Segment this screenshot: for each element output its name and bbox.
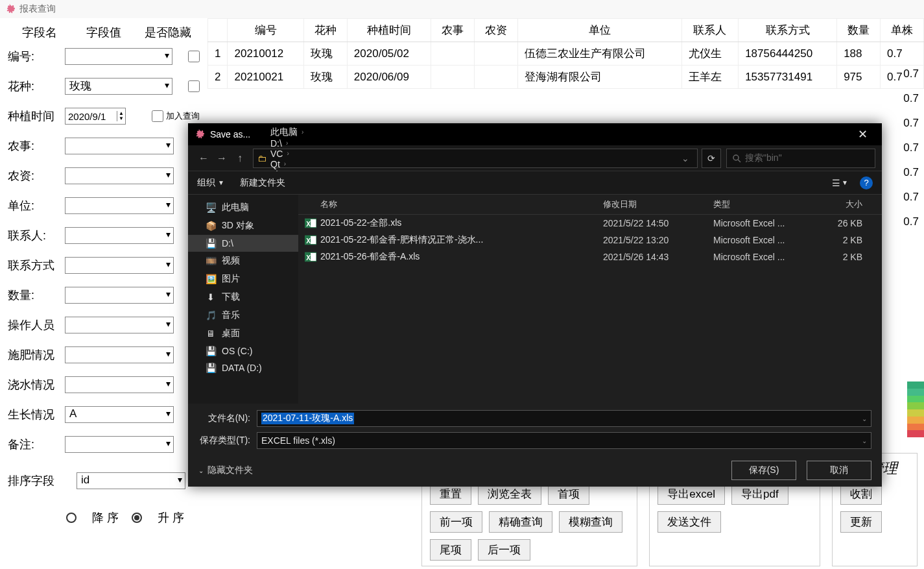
- table-header[interactable]: 联系人: [681, 19, 739, 42]
- refresh-icon[interactable]: ⟳: [702, 149, 721, 168]
- check-hide-id[interactable]: [188, 51, 200, 62]
- header-hidden: 是否隐藏: [136, 25, 200, 40]
- combo-unit[interactable]: [65, 197, 174, 214]
- sidebar-item[interactable]: 🎞️视频: [188, 252, 298, 270]
- overflow-cell: 0.7: [903, 215, 919, 240]
- overflow-cell: 0.7: [903, 92, 919, 117]
- col-date[interactable]: 修改日期: [603, 199, 713, 210]
- organize-menu[interactable]: 组织▼: [197, 177, 224, 189]
- breadcrumb-item[interactable]: D:\›: [270, 138, 355, 149]
- table-header[interactable]: 农事: [431, 19, 474, 42]
- breadcrumb-item[interactable]: VC›: [270, 149, 355, 159]
- table-header[interactable]: 花种: [303, 19, 347, 42]
- nav-forward-icon[interactable]: →: [213, 152, 231, 164]
- combo-operator[interactable]: [65, 317, 174, 333]
- combo-sort[interactable]: id: [77, 472, 185, 489]
- file-list[interactable]: 名称 修改日期 类型 大小 2021-05-22-全部.xls2021/5/22…: [298, 195, 882, 404]
- breadcrumb-item[interactable]: 此电脑›: [270, 127, 355, 138]
- filetype-select[interactable]: EXCEL files (*.xls)⌄: [257, 432, 871, 449]
- combo-growth[interactable]: A: [65, 406, 174, 423]
- sidebar-item[interactable]: 💾OS (C:): [188, 343, 298, 359]
- sidebar-item[interactable]: 💾DATA (D:): [188, 359, 298, 376]
- radio-asc[interactable]: [132, 513, 142, 523]
- sidebar-item[interactable]: 📦3D 对象: [188, 217, 298, 235]
- nav-back-icon[interactable]: ←: [195, 152, 213, 164]
- table-header[interactable]: 联系方式: [739, 19, 837, 42]
- file-row[interactable]: 2021-05-22-郁金香-肥料情况正常-浇水...2021/5/22 13:…: [298, 232, 882, 248]
- col-name[interactable]: 名称: [305, 199, 603, 210]
- label-planttime: 种植时间: [8, 108, 65, 124]
- table-header[interactable]: 农资: [474, 19, 517, 42]
- query-button[interactable]: 精确查询: [489, 511, 552, 533]
- table-header[interactable]: 单株: [881, 19, 924, 42]
- 3d-icon: 📦: [205, 221, 217, 231]
- breadcrumb-bar[interactable]: 🗀 此电脑›D:\›VC›Qt›FlowerManagment›bin› ⌄: [253, 149, 698, 168]
- label-unit: 单位:: [8, 198, 65, 213]
- combo-farmres[interactable]: [65, 167, 174, 184]
- folder-tree[interactable]: 🖥️此电脑📦3D 对象💾D:\🎞️视频🖼️图片⬇下载🎵音乐🖥桌面💾OS (C:)…: [188, 195, 298, 404]
- nav-up-icon[interactable]: ↑: [231, 152, 249, 164]
- drive-icon: 💾: [205, 238, 217, 248]
- sidebar-item[interactable]: 🖥桌面: [188, 324, 298, 343]
- header-field-name: 字段名: [8, 25, 72, 40]
- sidebar-item[interactable]: 🖥️此电脑: [188, 199, 298, 217]
- label-farmwork: 农事:: [8, 138, 65, 154]
- save-button[interactable]: 保存(S): [731, 461, 796, 480]
- col-type[interactable]: 类型: [713, 199, 811, 210]
- table-header[interactable]: 种植时间: [347, 19, 431, 42]
- excel-file-icon: [305, 251, 316, 263]
- combo-water[interactable]: [65, 376, 174, 393]
- video-icon: 🎞️: [205, 256, 217, 266]
- col-size[interactable]: 大小: [811, 199, 875, 210]
- combo-farmwork[interactable]: [65, 138, 174, 154]
- cancel-button[interactable]: 取消: [807, 461, 871, 480]
- path-dropdown-icon[interactable]: ⌄: [678, 153, 693, 163]
- search-input[interactable]: 搜索"bin": [726, 149, 875, 168]
- file-row[interactable]: 2021-05-22-全部.xls2021/5/22 14:50Microsof…: [298, 215, 882, 232]
- combo-qty[interactable]: [65, 287, 174, 304]
- combo-phone[interactable]: [65, 257, 174, 274]
- table-header[interactable]: 编号: [228, 19, 304, 42]
- combo-id[interactable]: [65, 48, 172, 65]
- sidebar-item[interactable]: ⬇下载: [188, 288, 298, 306]
- combo-contact[interactable]: [65, 227, 174, 244]
- combo-remark[interactable]: [65, 436, 174, 453]
- query-button[interactable]: 后一项: [478, 539, 530, 561]
- radio-desc[interactable]: [66, 513, 77, 523]
- results-table: 编号花种种植时间农事农资单位联系人联系方式数量单株 120210012玫瑰202…: [207, 18, 924, 89]
- drive-icon: 💾: [205, 363, 217, 373]
- table-row[interactable]: 120210012玫瑰2020/05/02伍德三农业生产有限公司尤仪生18756…: [208, 42, 924, 66]
- table-row[interactable]: 220210021玫瑰2020/06/09登海湖有限公司王羊左153577314…: [208, 66, 924, 89]
- check-addquery[interactable]: [152, 110, 163, 122]
- label-flower: 花种:: [8, 79, 65, 94]
- table-header[interactable]: 单位: [517, 19, 681, 42]
- combo-fert[interactable]: [65, 346, 174, 363]
- filename-input[interactable]: 2021-07-11-玫瑰-A.xls⌄: [257, 410, 871, 427]
- close-icon[interactable]: ✕: [849, 127, 875, 141]
- label-contact: 联系人:: [8, 228, 65, 243]
- label-growth: 生长情况: [8, 407, 65, 422]
- help-icon[interactable]: ?: [860, 176, 873, 189]
- check-hide-flower[interactable]: [188, 80, 200, 92]
- date-planttime[interactable]: 2020/9/1▲▼: [65, 108, 126, 125]
- combo-flower[interactable]: 玫瑰: [65, 78, 172, 95]
- overflow-cell: 0.7: [903, 191, 919, 215]
- table-header[interactable]: 数量: [837, 19, 881, 42]
- query-button[interactable]: 前一项: [430, 511, 482, 533]
- label-qty: 数量:: [8, 287, 65, 303]
- file-row[interactable]: 2021-05-26-郁金香-A.xls2021/5/26 14:43Micro…: [298, 248, 882, 265]
- sidebar-item[interactable]: 🎵音乐: [188, 306, 298, 324]
- sidebar-item[interactable]: 💾D:\: [188, 235, 298, 252]
- label-remark: 备注:: [8, 437, 65, 452]
- query-button[interactable]: 尾项: [430, 539, 471, 561]
- hide-folders-toggle[interactable]: ⌄隐藏文件夹: [198, 465, 253, 476]
- sidebar-item[interactable]: 🖼️图片: [188, 270, 298, 288]
- image-icon: 🖼️: [205, 274, 217, 284]
- view-mode-icon[interactable]: ☰ ▼: [832, 178, 848, 188]
- file-button[interactable]: 发送文件: [657, 511, 721, 533]
- new-folder-button[interactable]: 新建文件夹: [240, 177, 285, 189]
- query-button[interactable]: 模糊查询: [559, 511, 622, 533]
- prod-button[interactable]: 更新: [840, 511, 882, 533]
- breadcrumb-item[interactable]: Qt›: [270, 159, 355, 169]
- overflow-cell: 0.7: [903, 67, 919, 92]
